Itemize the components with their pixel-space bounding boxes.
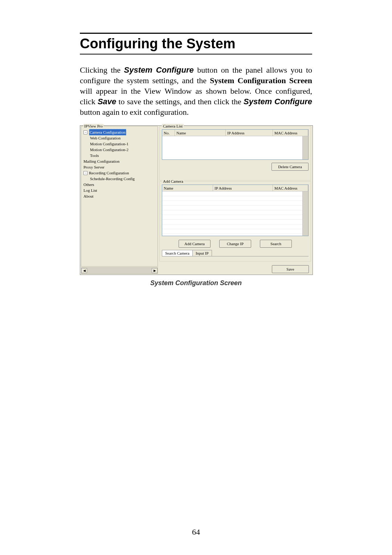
- add-camera-tabs: Search Camera Input IP: [162, 250, 309, 256]
- tree-item[interactable]: Tools: [82, 153, 157, 158]
- tree-item[interactable]: Schedule-Recording Config: [82, 176, 157, 182]
- list-row-blank: [162, 201, 308, 206]
- tree-item-label: Motion Configuration-2: [90, 147, 128, 153]
- text: button again to exit configuration.: [80, 108, 189, 117]
- change-ip-button[interactable]: Change IP: [219, 240, 251, 248]
- camera-list-view[interactable]: No.NameIP AddressMAC Address: [162, 129, 309, 160]
- tree-item-label: Schedule-Recording Config: [90, 176, 135, 182]
- text: to save the settings, and then click the: [116, 97, 244, 106]
- column-header[interactable]: Name: [162, 185, 213, 191]
- body-paragraph: Clicking the System Configure button on …: [80, 65, 312, 117]
- tree-legend: IPView Pro: [83, 124, 103, 128]
- column-header[interactable]: IP Address: [213, 185, 273, 191]
- tree-item-label: Others: [83, 182, 94, 187]
- tab-input-ip[interactable]: Input IP: [192, 250, 212, 256]
- list-row-blank: [162, 224, 308, 229]
- tree-item[interactable]: Proxy Server: [82, 164, 157, 170]
- list-row-blank: [162, 220, 308, 224]
- tree-item-label: Recording Configuration: [89, 170, 129, 176]
- tree-item[interactable]: Motion Configuration-2: [82, 147, 157, 153]
- tree-item-label: About: [83, 193, 94, 199]
- tree-item[interactable]: About: [82, 193, 157, 199]
- tree-item[interactable]: Motion Configuration-1: [82, 141, 157, 147]
- column-header[interactable]: IP Address: [226, 130, 273, 136]
- tree-collapse-icon[interactable]: −: [83, 171, 87, 175]
- add-camera-v-scrollbar[interactable]: [302, 191, 308, 236]
- page-number: 64: [0, 527, 392, 537]
- search-button[interactable]: Search: [260, 240, 292, 248]
- camera-list-legend: Camera List: [162, 124, 184, 128]
- tree-item[interactable]: −Recording Configuration: [82, 170, 157, 176]
- tree-item[interactable]: Mailing Configuration: [82, 158, 157, 164]
- tree-item[interactable]: Others: [82, 182, 157, 187]
- add-camera-legend: Add Camera: [162, 179, 184, 183]
- tree-item[interactable]: Web Configuration: [82, 135, 157, 141]
- add-camera-button[interactable]: Add Camera: [179, 240, 211, 248]
- tree-item-label: Camera Configuration: [89, 129, 126, 135]
- tree-item[interactable]: Log List: [82, 187, 157, 193]
- camera-list-group: Camera List No.NameIP AddressMAC Address…: [159, 126, 311, 181]
- column-header[interactable]: No.: [162, 130, 175, 136]
- text-emph-system-configure: System Configure: [124, 65, 194, 74]
- list-row-blank: [162, 206, 308, 210]
- camera-list-v-scrollbar[interactable]: [302, 136, 308, 159]
- tree-item-label: Motion Configuration-1: [90, 141, 128, 147]
- tree-fieldset: IPView Pro −Camera ConfigurationWeb Conf…: [81, 126, 158, 267]
- list-row-blank: [162, 196, 308, 201]
- tree-collapse-icon[interactable]: −: [83, 130, 87, 134]
- camera-list-rows: [162, 136, 308, 159]
- column-header[interactable]: MAC Address: [273, 130, 308, 136]
- tree-item-label: Log List: [83, 187, 97, 193]
- column-header[interactable]: MAC Address: [273, 185, 308, 191]
- page-title: Configuring the System: [80, 36, 312, 52]
- text-emph-save: Save: [98, 97, 116, 106]
- heading-wrap: Configuring the System: [80, 33, 312, 54]
- tree-item-label: Mailing Configuration: [83, 158, 119, 164]
- scroll-right-icon[interactable]: ▶: [152, 268, 158, 273]
- system-configuration-screenshot: IPView Pro −Camera ConfigurationWeb Conf…: [80, 125, 313, 275]
- save-button[interactable]: Save: [272, 265, 309, 273]
- column-header[interactable]: Name: [175, 130, 226, 136]
- tree-item-label: Web Configuration: [90, 135, 121, 141]
- list-row-blank: [162, 210, 308, 215]
- text: Clicking the: [80, 65, 124, 74]
- add-camera-list-view[interactable]: NameIP AddressMAC Address: [162, 185, 309, 236]
- list-row-blank: [162, 191, 308, 196]
- delete-camera-button[interactable]: Delete Camera: [271, 163, 309, 171]
- tree-item-label: Tools: [90, 153, 99, 158]
- text-emph-system-configure-2: System Configure: [244, 97, 312, 106]
- tree-item-label: Proxy Server: [83, 164, 105, 170]
- tree-h-scrollbar[interactable]: ◀ ▶: [81, 267, 158, 274]
- list-row-blank: [162, 229, 308, 234]
- scroll-left-icon[interactable]: ◀: [81, 268, 87, 273]
- add-camera-group: Add Camera NameIP AddressMAC Address Add…: [159, 181, 311, 262]
- config-tree[interactable]: −Camera ConfigurationWeb ConfigurationMo…: [81, 126, 158, 266]
- figure-caption: System Configuration Screen: [80, 279, 312, 287]
- tree-item[interactable]: −Camera Configuration: [82, 129, 157, 135]
- tab-search-camera[interactable]: Search Camera: [162, 250, 193, 256]
- add-camera-rows: [162, 191, 308, 236]
- text-bold-screen-name: System Configuration Screen: [210, 76, 312, 85]
- list-row-blank: [162, 215, 308, 220]
